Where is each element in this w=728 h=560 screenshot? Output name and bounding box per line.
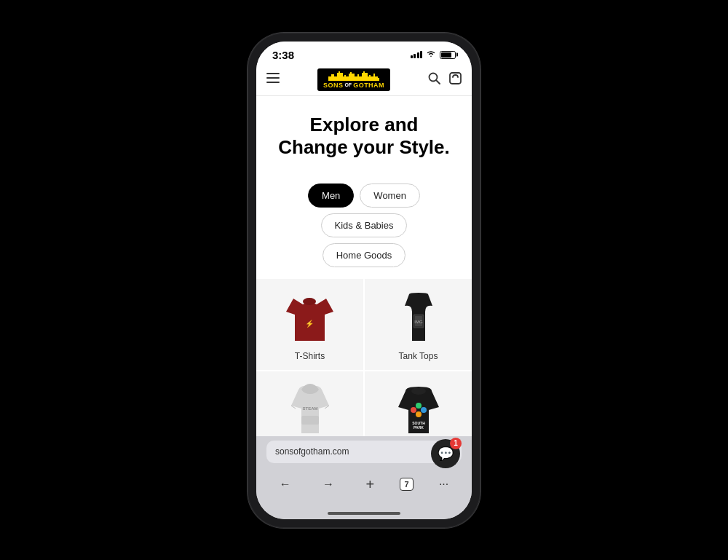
add-tab-button[interactable]: + (360, 473, 380, 496)
tshirt-label: T-Shirts (295, 351, 325, 361)
svg-point-17 (416, 403, 422, 409)
tanktop-image: IMG (393, 291, 444, 345)
main-content: Explore and Change your Style. Men Women… (256, 96, 472, 436)
brand-gotham: GOTHAM (353, 82, 384, 89)
tanktop-label: Tank Tops (399, 351, 438, 361)
tab-count[interactable]: 7 (400, 478, 413, 491)
hoodie-image: STEAM (285, 383, 336, 436)
forward-button[interactable]: → (317, 475, 340, 494)
more-button[interactable]: ··· (433, 475, 454, 494)
svg-text:IMG: IMG (414, 320, 423, 324)
svg-rect-2 (266, 82, 280, 83)
status-bar: 3:38 (256, 42, 472, 64)
browser-nav: SONS OF GOTHAM (256, 64, 472, 96)
filter-men[interactable]: Men (308, 184, 354, 208)
product-grid: ⚡ T-Shirts IMG (256, 279, 472, 436)
brand-logo[interactable]: SONS OF GOTHAM (287, 68, 421, 91)
hero: Explore and Change your Style. (256, 96, 472, 184)
filter-homegoods[interactable]: Home Goods (323, 243, 406, 267)
chat-badge: 1 (450, 438, 462, 449)
chat-bubble[interactable]: 💬 1 (431, 439, 460, 468)
tshirt-image: ⚡ (285, 291, 336, 345)
svg-line-5 (436, 80, 440, 84)
wifi-icon (426, 50, 436, 60)
sweatshirt-image: SOUTH PARK (393, 383, 444, 436)
home-indicator (256, 505, 472, 519)
svg-rect-0 (266, 73, 280, 74)
phone-screen: 3:38 (256, 42, 472, 519)
svg-point-18 (421, 407, 427, 413)
bottom-nav: ← → + 7 ··· (256, 468, 472, 505)
svg-text:⚡: ⚡ (305, 319, 314, 328)
search-icon[interactable] (428, 72, 440, 87)
filter-women[interactable]: Women (360, 184, 420, 208)
product-sweatshirts[interactable]: SOUTH PARK Sweatshirts (365, 371, 472, 436)
filter-kids[interactable]: Kids & Babies (321, 213, 408, 237)
product-hoodies[interactable]: STEAM Hoodies (256, 371, 363, 436)
phone-shell: 3:38 (248, 33, 480, 528)
brand-of: OF (344, 82, 352, 87)
battery-icon (440, 51, 456, 59)
svg-point-15 (411, 387, 426, 395)
svg-rect-1 (266, 77, 280, 79)
filter-buttons: Men Women Kids & Babies (256, 184, 472, 243)
url-text: sonsofgotham.com (275, 446, 349, 457)
svg-point-16 (411, 407, 416, 413)
product-tanktops[interactable]: IMG Tank Tops (365, 279, 472, 370)
home-indicator-bar (328, 512, 400, 515)
brand-sons: SONS (323, 82, 344, 89)
svg-text:STEAM: STEAM (302, 406, 317, 411)
svg-text:PARK: PARK (414, 425, 424, 430)
nav-icons (428, 72, 462, 87)
filter-row-2: Home Goods (256, 243, 472, 279)
status-time: 3:38 (272, 49, 294, 61)
back-button[interactable]: ← (274, 475, 297, 494)
hamburger-icon[interactable] (266, 73, 280, 86)
cart-icon[interactable] (449, 72, 462, 87)
signal-icon (411, 51, 423, 58)
svg-rect-13 (301, 416, 319, 425)
svg-point-8 (303, 298, 316, 305)
svg-point-19 (416, 411, 422, 417)
svg-marker-3 (328, 71, 379, 81)
hero-title: Explore and Change your Style. (271, 114, 457, 159)
status-icons (411, 50, 456, 60)
product-tshirts[interactable]: ⚡ T-Shirts (256, 279, 363, 370)
